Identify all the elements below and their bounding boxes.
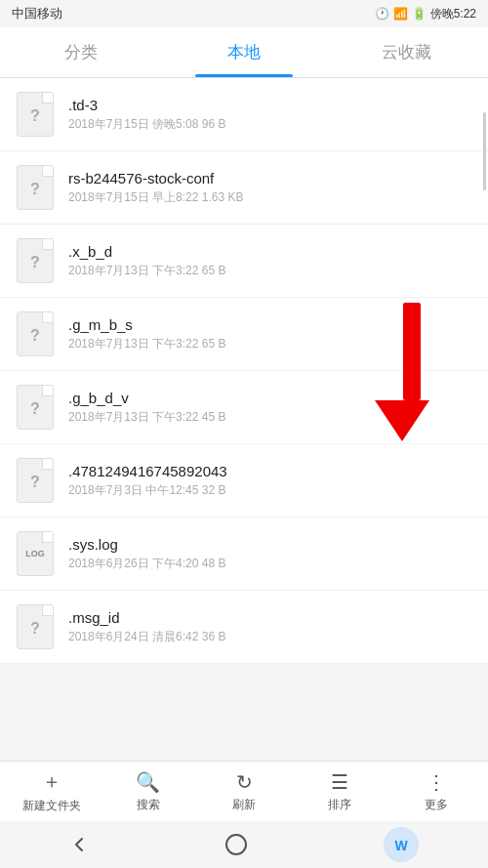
back-icon <box>67 833 91 856</box>
search-icon: 🔍 <box>136 770 160 794</box>
more-icon: ⋮ <box>427 770 446 794</box>
list-item[interactable]: LOG .sys.log 2018年6月26日 下午4:20 48 B <box>0 517 488 591</box>
file-unknown-icon: ? <box>17 604 54 649</box>
file-name: .g_b_d_v <box>68 390 474 406</box>
file-info: .g_m_b_s 2018年7月13日 下午3:22 65 B <box>68 316 474 352</box>
nav-logo-button[interactable]: W <box>382 825 421 864</box>
scrollbar <box>483 112 486 190</box>
file-icon-wrap: ? <box>14 383 57 432</box>
tab-bar: 分类 本地 云收藏 <box>0 27 488 78</box>
list-item[interactable]: ? .td-3 2018年7月15日 傍晚5:08 96 B <box>0 78 488 151</box>
list-item[interactable]: ? rs-b244576-stock-conf 2018年7月15日 早上8:2… <box>0 151 488 225</box>
file-unknown-icon: ? <box>17 311 54 356</box>
file-unknown-icon: ? <box>17 165 54 210</box>
tab-bendi[interactable]: 本地 <box>163 27 326 77</box>
bottom-action-bar: ＋ 新建文件夹 🔍 搜索 ↻ 刷新 ☰ 排序 ⋮ 更多 <box>0 761 488 821</box>
file-name: .g_m_b_s <box>68 316 474 333</box>
file-name: .x_b_d <box>68 243 474 260</box>
file-unknown-icon: ? <box>17 385 54 430</box>
nav-back-button[interactable] <box>67 833 91 856</box>
file-info: .msg_id 2018年6月24日 清晨6:42 36 B <box>68 609 474 645</box>
file-meta: 2018年7月13日 下午3:22 65 B <box>68 263 474 279</box>
file-meta: 2018年7月13日 下午3:22 65 B <box>68 336 474 352</box>
file-unknown-icon: ? <box>17 92 54 137</box>
home-circle-icon <box>224 833 248 856</box>
list-item[interactable]: ? .x_b_d 2018年7月13日 下午3:22 65 B <box>0 225 488 298</box>
file-icon-wrap: ? <box>14 163 57 212</box>
search-label: 搜索 <box>137 797 160 813</box>
refresh-label: 刷新 <box>232 797 256 813</box>
sort-button[interactable]: ☰ 排序 <box>292 763 387 821</box>
list-item[interactable]: ? .g_b_d_v 2018年7月13日 下午3:22 45 B <box>0 371 488 444</box>
file-name: .td-3 <box>68 97 474 113</box>
file-name: .4781249416745892043 <box>68 463 474 479</box>
file-icon-wrap: ? <box>14 236 57 285</box>
file-meta: 2018年6月26日 下午4:20 48 B <box>68 556 474 572</box>
file-info: .sys.log 2018年6月26日 下午4:20 48 B <box>68 536 474 572</box>
home-nav-bar: W <box>0 821 488 868</box>
file-info: .td-3 2018年7月15日 傍晚5:08 96 B <box>68 97 474 133</box>
file-icon-wrap: ? <box>14 602 57 651</box>
sort-label: 排序 <box>328 797 351 813</box>
list-item[interactable]: ? .4781249416745892043 2018年7月3日 中午12:45… <box>0 444 488 517</box>
nav-home-button[interactable] <box>224 833 248 856</box>
file-icon-wrap: ? <box>14 90 57 139</box>
file-meta: 2018年7月15日 早上8:22 1.63 KB <box>68 189 474 206</box>
new-folder-label: 新建文件夹 <box>22 798 81 814</box>
file-icon-wrap: ? <box>14 310 57 358</box>
file-name: rs-b244576-stock-conf <box>68 170 474 186</box>
file-unknown-icon: ? <box>17 238 54 283</box>
file-meta: 2018年7月13日 下午3:22 45 B <box>68 409 474 426</box>
list-item[interactable]: ? .g_m_b_s 2018年7月13日 下午3:22 65 B <box>0 298 488 371</box>
file-name: .msg_id <box>68 609 474 626</box>
file-icon-wrap: LOG <box>14 529 57 578</box>
refresh-icon: ↻ <box>236 770 253 794</box>
file-info: .4781249416745892043 2018年7月3日 中午12:45 3… <box>68 463 474 499</box>
time-label: 傍晚5:22 <box>430 6 476 22</box>
brand-logo-icon: W <box>382 825 421 864</box>
file-icon-wrap: ? <box>14 456 57 505</box>
carrier-label: 中国移动 <box>12 5 62 22</box>
plus-icon: ＋ <box>42 768 61 795</box>
file-info: rs-b244576-stock-conf 2018年7月15日 早上8:22 … <box>68 170 474 206</box>
wifi-icon: 📶 <box>393 7 408 21</box>
file-info: .g_b_d_v 2018年7月13日 下午3:22 45 B <box>68 390 474 426</box>
status-bar: 中国移动 🕐 📶 🔋 傍晚5:22 <box>0 0 488 27</box>
battery-icon: 🔋 <box>412 7 427 21</box>
new-folder-button[interactable]: ＋ 新建文件夹 <box>4 761 100 822</box>
file-info: .x_b_d 2018年7月13日 下午3:22 65 B <box>68 243 474 279</box>
file-meta: 2018年7月15日 傍晚5:08 96 B <box>68 116 474 133</box>
file-meta: 2018年6月24日 清晨6:42 36 B <box>68 629 474 645</box>
clock-icon: 🕐 <box>375 7 389 21</box>
svg-point-0 <box>226 835 246 854</box>
list-item[interactable]: ? .msg_id 2018年6月24日 清晨6:42 36 B <box>0 591 488 664</box>
file-unknown-icon: ? <box>17 458 54 503</box>
status-icons: 🕐 📶 🔋 傍晚5:22 <box>375 6 476 22</box>
file-meta: 2018年7月3日 中午12:45 32 B <box>68 482 474 499</box>
file-list-container: ? .td-3 2018年7月15日 傍晚5:08 96 B ? rs-b244… <box>0 78 488 761</box>
file-list: ? .td-3 2018年7月15日 傍晚5:08 96 B ? rs-b244… <box>0 78 488 664</box>
file-name: .sys.log <box>68 536 474 553</box>
sort-icon: ☰ <box>331 770 348 794</box>
tab-yunshou[interactable]: 云收藏 <box>325 27 488 77</box>
tab-fenlei[interactable]: 分类 <box>0 27 163 77</box>
svg-text:W: W <box>395 838 409 853</box>
file-log-icon: LOG <box>17 531 54 576</box>
search-button[interactable]: 🔍 搜索 <box>100 763 195 821</box>
more-button[interactable]: ⋮ 更多 <box>388 763 484 821</box>
more-label: 更多 <box>425 797 448 813</box>
refresh-button[interactable]: ↻ 刷新 <box>196 763 292 821</box>
